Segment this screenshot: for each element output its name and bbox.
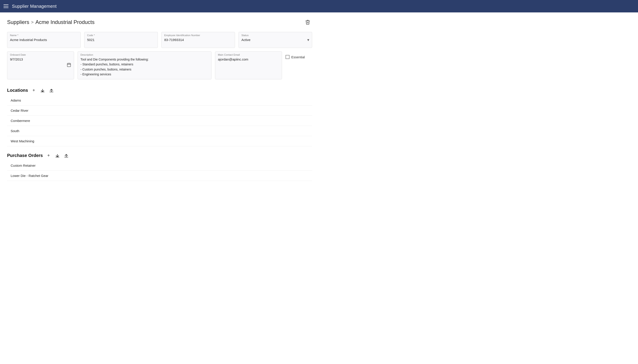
form-row-2: Onboard Date 9/7/2013 Description Tool a… [7,52,312,79]
locations-list: Adams Cedar River Combermere South West … [7,95,312,146]
calendar-icon[interactable] [67,62,71,68]
hamburger-menu-button[interactable] [4,4,8,8]
location-item-west-machining[interactable]: West Machining [7,136,312,146]
top-nav: Supplier Management [0,0,638,12]
main-contact-email-field[interactable]: Main Contact Email ajordan@apiinc.com [215,52,282,79]
main-contact-email-label: Main Contact Email [218,54,279,56]
ein-value: 83-71993314 [164,38,232,42]
main-contact-email-value: ajordan@apiinc.com [218,57,279,62]
status-value: Active [242,38,309,42]
purchase-orders-section-header: Purchase Orders + [7,150,312,160]
svg-rect-0 [68,64,71,67]
ein-field[interactable]: Employee Identification Number 83-719933… [162,32,235,48]
locations-upload-button[interactable] [48,87,54,94]
locations-title: Locations [7,88,28,93]
po-item-lower-die[interactable]: Lower Die - Ratchet Gear [7,171,312,181]
status-field[interactable]: Status Active ▾ [238,32,312,48]
purchase-orders-title: Purchase Orders [7,153,43,158]
status-dropdown-icon: ▾ [307,38,309,42]
essential-checkbox[interactable] [286,55,290,59]
location-item-combermere[interactable]: Combermere [7,116,312,126]
essential-label: Essential [291,55,305,59]
po-item-custom-retainer[interactable]: Custom Retainer [7,160,312,171]
ein-label: Employee Identification Number [164,34,232,36]
purchase-orders-upload-button[interactable] [63,152,70,159]
code-value: 5021 [87,38,155,42]
breadcrumb-current: Acme Industrial Products [36,19,95,25]
delete-supplier-button[interactable] [303,18,312,26]
essential-row: Essential [286,53,312,61]
locations-download-button[interactable] [40,87,46,94]
location-item-south[interactable]: South [7,126,312,136]
onboard-date-value: 9/7/2013 [10,57,71,62]
location-item-cedar-river[interactable]: Cedar River [7,106,312,116]
page-content: Suppliers > Acme Industrial Products Nam… [0,12,319,186]
purchase-orders-download-button[interactable] [54,152,60,159]
essential-container: Essential [286,52,312,79]
code-label: Code * [87,34,155,36]
name-field[interactable]: Name * Acme Industrial Products [7,32,81,48]
breadcrumb: Suppliers > Acme Industrial Products [7,18,312,26]
form-row-1: Name * Acme Industrial Products Code * 5… [7,32,312,48]
purchase-orders-add-button[interactable]: + [46,152,52,159]
breadcrumb-separator: > [31,20,34,25]
nav-title: Supplier Management [12,4,56,9]
purchase-orders-list: Custom Retainer Lower Die - Ratchet Gear [7,160,312,181]
status-label: Status [242,34,309,36]
code-field[interactable]: Code * 5021 [84,32,158,48]
onboard-date-label: Onboard Date [10,54,71,56]
location-item-adams[interactable]: Adams [7,95,312,106]
name-label: Name * [10,34,78,36]
breadcrumb-parent-link[interactable]: Suppliers [7,19,29,25]
description-value: Tool and Die Components providing the fo… [80,57,208,77]
onboard-date-field[interactable]: Onboard Date 9/7/2013 [7,52,74,79]
locations-add-button[interactable]: + [30,87,37,94]
description-field[interactable]: Description Tool and Die Components prov… [78,52,212,79]
locations-section-header: Locations + [7,85,312,95]
description-label: Description [80,54,208,56]
name-value: Acme Industrial Products [10,38,78,42]
